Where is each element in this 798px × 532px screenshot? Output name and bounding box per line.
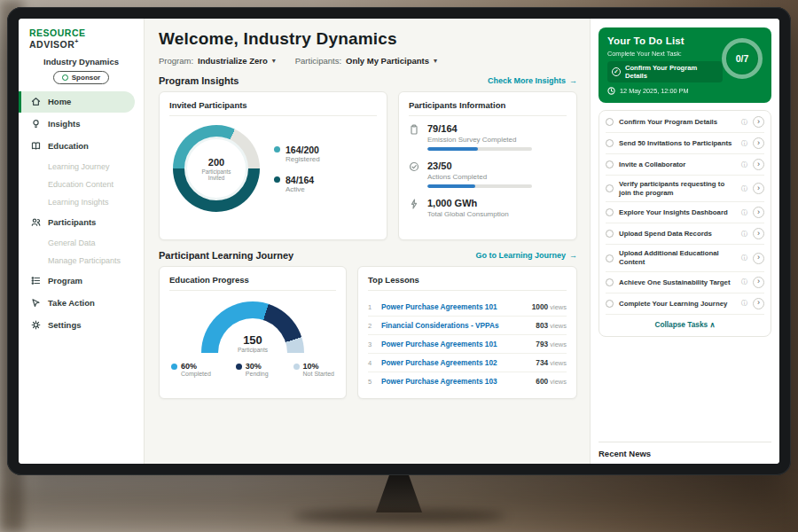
chevron-right-icon[interactable]: › bbox=[753, 116, 764, 128]
filters-row: Program: Industrialize Zero ▾ Participan… bbox=[159, 56, 577, 66]
chevron-right-icon[interactable]: › bbox=[753, 298, 764, 309]
check-circle-icon bbox=[409, 161, 420, 173]
sidebar-item-learning-journey[interactable]: Learning Journey bbox=[19, 158, 144, 176]
chevron-right-icon[interactable]: › bbox=[753, 137, 764, 149]
insights-cards-row: Invited Participants 200 Participants In… bbox=[159, 91, 577, 240]
arrow-right-icon: → bbox=[569, 251, 577, 260]
sidebar-item-program[interactable]: Program bbox=[19, 270, 144, 292]
chevron-right-icon[interactable]: › bbox=[753, 159, 764, 170]
energy-icon bbox=[409, 199, 420, 210]
sidebar-item-participants[interactable]: Participants bbox=[19, 212, 144, 233]
chevron-right-icon[interactable]: › bbox=[753, 253, 764, 264]
task-checkbox[interactable] bbox=[606, 230, 614, 238]
info-icon: ⓘ bbox=[741, 230, 747, 239]
learning-journey-header: Participant Learning Journey Go to Learn… bbox=[159, 250, 577, 261]
task-row[interactable]: Upload Spend Data Records ⓘ › bbox=[606, 223, 764, 245]
sidebar-item-insights[interactable]: Insights bbox=[19, 113, 144, 135]
legend-dot-completed bbox=[171, 364, 177, 370]
task-row[interactable]: Send 50 Invitations to Participants ⓘ › bbox=[606, 133, 764, 154]
tasks-list: Confirm Your Program Details ⓘ › Send 50… bbox=[598, 110, 771, 337]
task-checkbox[interactable] bbox=[606, 278, 614, 286]
info-icon: ⓘ bbox=[741, 184, 747, 193]
sponsor-badge[interactable]: Sponsor bbox=[53, 71, 109, 84]
sidebar-item-take-action[interactable]: Take Action bbox=[19, 293, 144, 314]
go-to-learning-journey-link[interactable]: Go to Learning Journey → bbox=[475, 251, 577, 260]
chevron-right-icon[interactable]: › bbox=[753, 183, 764, 194]
legend-dot-pending bbox=[236, 364, 242, 370]
task-row[interactable]: Complete Your Learning Journey ⓘ › bbox=[606, 293, 764, 315]
info-icon: ⓘ bbox=[741, 139, 747, 148]
chevron-down-icon: ▾ bbox=[272, 57, 276, 65]
app-logo: RESOURCE ADVISOR+ bbox=[19, 27, 144, 55]
lesson-row: 2 Financial Considerations - VPPAs 803 v… bbox=[368, 317, 567, 335]
sidebar-item-education-content[interactable]: Education Content bbox=[19, 176, 144, 193]
education-legend: 60% Completed 30% Pending 10% Not Starte… bbox=[169, 362, 336, 377]
settings-icon bbox=[30, 320, 41, 331]
main-content: Welcome, Industry Dynamics Program: Indu… bbox=[145, 19, 590, 464]
sidebar-item-home[interactable]: Home bbox=[19, 91, 135, 113]
task-checkbox[interactable] bbox=[606, 139, 614, 147]
task-row[interactable]: Confirm Your Program Details ⓘ › bbox=[606, 112, 764, 133]
participants-information-card: Participants Information 79/164 Emission… bbox=[398, 91, 577, 240]
task-checkbox[interactable] bbox=[606, 184, 614, 192]
chevron-right-icon[interactable]: › bbox=[753, 228, 764, 239]
task-row[interactable]: Achieve One Sustainability Target ⓘ › bbox=[606, 272, 764, 293]
lesson-link[interactable]: Power Purchase Agreements 102 bbox=[381, 358, 529, 367]
org-name: Industry Dynamics bbox=[19, 57, 144, 66]
education-gauge-chart: 150 Participants bbox=[201, 301, 304, 353]
actions-progress-bar bbox=[427, 184, 532, 188]
collapse-tasks-link[interactable]: Collapse Tasks ∧ bbox=[606, 315, 764, 335]
check-icon: ✓ bbox=[612, 67, 621, 76]
task-row[interactable]: Explore Your Insights Dashboard ⓘ › bbox=[606, 202, 764, 223]
clock-icon bbox=[607, 87, 615, 95]
task-checkbox[interactable] bbox=[606, 118, 614, 126]
chevron-down-icon: ▾ bbox=[434, 57, 437, 65]
program-insights-header: Program Insights Check More Insights → bbox=[159, 75, 577, 86]
program-filter[interactable]: Program: Industrialize Zero ▾ bbox=[159, 56, 276, 66]
take-action-icon bbox=[30, 298, 41, 309]
sidebar-item-manage-participants[interactable]: Manage Participants bbox=[19, 252, 144, 270]
lesson-link[interactable]: Financial Considerations - VPPAs bbox=[381, 321, 529, 330]
task-checkbox[interactable] bbox=[606, 208, 614, 216]
due-date: 12 May 2025, 12:00 PM bbox=[607, 87, 763, 95]
lesson-link[interactable]: Power Purchase Agreements 101 bbox=[381, 340, 529, 348]
invited-legend: 164/200 Registered 84/164 Active bbox=[274, 145, 320, 193]
sidebar-item-settings[interactable]: Settings bbox=[19, 315, 144, 336]
arrow-right-icon: → bbox=[569, 76, 577, 85]
participants-icon bbox=[30, 217, 41, 228]
task-checkbox[interactable] bbox=[606, 300, 614, 308]
chevron-right-icon[interactable]: › bbox=[753, 277, 764, 288]
task-checkbox[interactable] bbox=[606, 160, 614, 168]
stat-global-consumption: 1,000 GWh Total Global Consumption bbox=[409, 198, 567, 222]
chevron-right-icon[interactable]: › bbox=[753, 207, 764, 218]
sidebar-item-education[interactable]: Education bbox=[19, 136, 144, 157]
section-title: Participant Learning Journey bbox=[159, 250, 293, 261]
participants-filter[interactable]: Participants: Only My Participants ▾ bbox=[295, 56, 437, 66]
stat-emission-survey: 79/164 Emission Survey Completed bbox=[409, 123, 567, 151]
sponsor-icon bbox=[62, 74, 68, 81]
donut-center-label: Participants Invited bbox=[196, 168, 237, 181]
stat-actions-completed: 23/50 Actions Completed bbox=[409, 160, 567, 188]
info-icon: ⓘ bbox=[741, 208, 747, 217]
task-checkbox[interactable] bbox=[606, 254, 614, 262]
legend-dot-not-started bbox=[293, 364, 300, 370]
check-more-insights-link[interactable]: Check More Insights → bbox=[488, 76, 577, 85]
recent-news-header: Recent News bbox=[598, 442, 771, 458]
sidebar-item-learning-insights[interactable]: Learning Insights bbox=[19, 193, 144, 211]
lesson-row: 4 Power Purchase Agreements 102 734 view… bbox=[368, 354, 567, 372]
lesson-link[interactable]: Power Purchase Agreements 101 bbox=[381, 302, 526, 311]
todo-summary-card: Your To Do List Complete Your Next Task:… bbox=[598, 27, 771, 103]
lesson-link[interactable]: Power Purchase Agreements 103 bbox=[381, 377, 529, 386]
invited-donut-chart: 200 Participants Invited bbox=[173, 125, 260, 212]
program-icon bbox=[30, 276, 41, 286]
sidebar-item-general-data[interactable]: General Data bbox=[19, 234, 144, 252]
info-icon: ⓘ bbox=[741, 299, 747, 308]
legend-dot-active bbox=[274, 176, 280, 183]
legend-dot-registered bbox=[274, 146, 280, 153]
task-row[interactable]: Verify participants requesting to join t… bbox=[606, 176, 764, 202]
next-task-chip[interactable]: ✓ Confirm Your Program Details bbox=[607, 61, 723, 82]
task-row[interactable]: Invite a Collaborator ⓘ › bbox=[606, 154, 764, 176]
insights-icon bbox=[30, 119, 41, 129]
task-row[interactable]: Upload Additional Educational Content ⓘ … bbox=[606, 245, 764, 271]
lesson-row: 5 Power Purchase Agreements 103 600 view… bbox=[368, 372, 567, 390]
